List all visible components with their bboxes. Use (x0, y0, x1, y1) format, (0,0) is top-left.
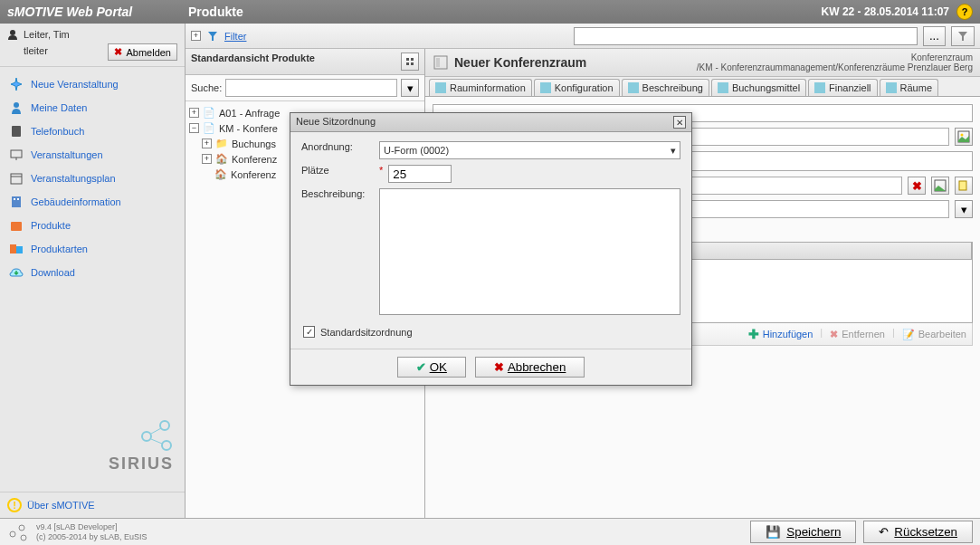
tab-konfiguration[interactable]: Konfiguration (534, 79, 620, 96)
page-title: Produkte (188, 5, 822, 19)
nav-telefonbuch[interactable]: Telefonbuch (4, 120, 181, 143)
beschreibung-label: Beschreibung: (301, 188, 374, 199)
product-icon (9, 218, 24, 233)
plaetze-input[interactable] (388, 165, 452, 183)
nav-meine-daten[interactable]: Meine Daten (4, 96, 181, 120)
svg-rect-29 (886, 82, 897, 93)
footer: v9.4 [sLAB Developer] (c) 2005-2014 by s… (0, 518, 980, 545)
portal-name: sMOTIVE Web Portal (7, 5, 188, 19)
edit-button[interactable]: 📝Bearbeiten (902, 327, 966, 341)
room-icon (433, 54, 449, 71)
copyright-label: (c) 2005-2014 by sLAB, EuSIS (36, 532, 147, 542)
tab-finanziell[interactable]: Finanziell (808, 79, 877, 96)
user-display-name: Leiter, Tim (24, 29, 70, 40)
phone-icon (9, 124, 24, 139)
delete-button[interactable]: ✖ (908, 177, 926, 195)
download-icon (9, 265, 24, 280)
copy-button[interactable] (955, 177, 973, 195)
required-indicator: * (379, 165, 383, 176)
save-button[interactable]: 💾Speichern (750, 521, 856, 543)
svg-rect-18 (406, 58, 409, 61)
svg-rect-10 (11, 222, 22, 231)
svg-rect-8 (14, 198, 15, 200)
sparkle-icon (9, 77, 24, 91)
tree-settings-button[interactable] (401, 53, 419, 71)
anordnung-label: Anordnung: (301, 141, 374, 152)
filter-link[interactable]: Filter (224, 31, 246, 42)
nav-produktarten[interactable]: Produktarten (4, 237, 181, 261)
beschreibung-textarea[interactable] (379, 188, 680, 315)
quick-search-input[interactable] (574, 27, 918, 45)
std-checkbox[interactable]: ✓ (303, 326, 315, 338)
ok-button[interactable]: ✔OK (397, 357, 466, 378)
tree-search-input[interactable] (225, 79, 397, 97)
about-link[interactable]: ! Über sMOTIVE (0, 492, 185, 518)
nav-download[interactable]: Download (4, 261, 181, 284)
svg-rect-7 (12, 196, 21, 207)
nav-produkte[interactable]: Produkte (4, 214, 181, 237)
add-button[interactable]: ✚Hinzufügen (748, 327, 813, 341)
nav-menu: Neue Veranstaltung Meine Daten Telefonbu… (0, 67, 185, 290)
sidebar: Leiter, Tim tleiter ✖ Abmelden Neue Vera… (0, 24, 186, 518)
header-datetime: KW 22 - 28.05.2014 11:07 (822, 5, 949, 18)
svg-rect-33 (959, 181, 966, 190)
filter-expander[interactable]: + (191, 31, 201, 41)
reset-button[interactable]: ↶Rücksetzen (863, 521, 973, 543)
image-picker-button[interactable] (955, 128, 973, 146)
svg-rect-2 (12, 126, 21, 137)
logout-button[interactable]: ✖ Abmelden (108, 43, 177, 61)
nav-neue-veranstaltung[interactable]: Neue Veranstaltung (4, 72, 181, 96)
chevron-down-icon: ▾ (671, 145, 676, 157)
nav-veranstaltungen[interactable]: Veranstaltungen (4, 143, 181, 167)
svg-rect-23 (436, 58, 440, 67)
search-label: Suche: (191, 82, 222, 93)
detail-tabs: Rauminformation Konfiguration Beschreibu… (425, 77, 980, 97)
anordnung-select[interactable]: U-Form (0002) ▾ (379, 141, 680, 159)
product-types-icon (9, 242, 24, 256)
svg-rect-9 (17, 198, 19, 200)
tab-rauminformation[interactable]: Rauminformation (429, 79, 532, 96)
expander-icon[interactable]: + (189, 108, 199, 118)
expander-icon[interactable]: + (202, 139, 212, 148)
calendar-icon (9, 171, 24, 186)
logout-label: Abmelden (126, 47, 171, 58)
expander-icon[interactable]: − (189, 123, 199, 133)
tab-raeume[interactable]: Räume (880, 79, 938, 96)
expander-icon[interactable]: + (202, 154, 212, 164)
nav-veranstaltungsplan[interactable]: Veranstaltungsplan (4, 167, 181, 190)
detail-type: Konferenzraum (697, 53, 973, 62)
tab-beschreibung[interactable]: Beschreibung (622, 79, 709, 96)
search-options-button[interactable]: ... (923, 26, 946, 46)
filter-funnel-button[interactable] (951, 26, 975, 46)
room-icon: 🏠 (214, 168, 227, 180)
remove-button[interactable]: ✖Entfernen (830, 327, 885, 341)
svg-rect-28 (814, 82, 825, 93)
dialog-close-button[interactable]: ✕ (673, 116, 686, 129)
new-seating-dialog: Neue Sitzordnung ✕ Anordnung: U-Form (00… (290, 112, 692, 386)
tree-search-dropdown[interactable]: ▾ (401, 79, 419, 97)
svg-point-15 (162, 441, 171, 450)
filter-icon (206, 30, 219, 43)
nav-gebaeudeinformation[interactable]: Gebäudeinformation (4, 190, 181, 214)
svg-point-1 (14, 102, 19, 108)
cancel-button[interactable]: ✖Abbrechen (475, 357, 585, 378)
tab-buchungsmittel[interactable]: Buchungsmittel (711, 79, 806, 96)
svg-line-17 (151, 439, 162, 444)
folder-icon: 📁 (215, 138, 228, 149)
svg-point-36 (21, 535, 26, 540)
dropdown-button[interactable]: ▾ (955, 200, 973, 218)
sirius-small-logo (7, 523, 29, 541)
svg-point-31 (961, 134, 964, 137)
svg-point-13 (160, 421, 169, 430)
check-icon: ✔ (416, 360, 426, 374)
undo-icon: ↶ (879, 525, 889, 539)
edit-icon: 📝 (902, 329, 915, 340)
building-icon (9, 195, 24, 209)
svg-rect-3 (11, 150, 22, 158)
help-icon[interactable]: ? (956, 4, 973, 20)
image-button[interactable] (931, 177, 949, 195)
svg-rect-21 (411, 62, 414, 65)
svg-rect-20 (406, 62, 409, 65)
document-icon: 📄 (203, 122, 215, 134)
cancel-icon: ✖ (494, 360, 504, 374)
